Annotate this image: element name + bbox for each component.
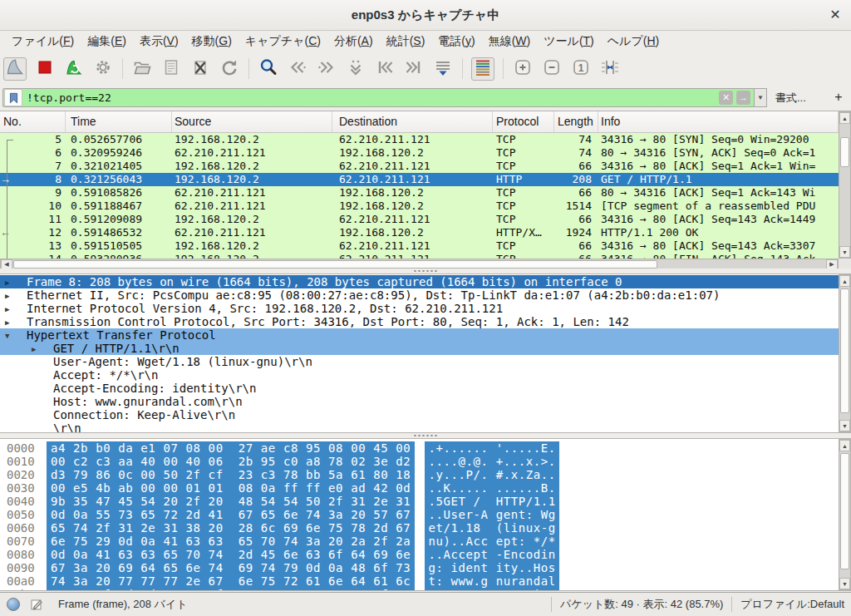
details-vscrollbar[interactable]: ▲ ▼ bbox=[839, 274, 851, 432]
filter-clear-button[interactable]: ✕ bbox=[719, 91, 733, 105]
hex-row-0000[interactable]: 0000a4 2b b0 da e1 07 08 00 27 ae c8 95 … bbox=[0, 441, 839, 455]
detail-row[interactable]: Accept-Encoding: identity\r\n bbox=[0, 382, 839, 395]
go-last-packet-button[interactable] bbox=[403, 58, 425, 80]
menu-item-f[interactable]: ファイル(F) bbox=[5, 32, 81, 52]
resize-columns-button[interactable] bbox=[599, 58, 621, 80]
hscroll-thumb[interactable] bbox=[13, 260, 657, 269]
expander-closed-icon[interactable]: ▶ bbox=[32, 342, 53, 355]
detail-row[interactable]: ▶GET / HTTP/1.1\r\n bbox=[0, 342, 839, 355]
hex-row-00b0[interactable]: 00b02e 63 6f 6d 0d 0a 43 6f 6e 6e 65 63 … bbox=[0, 588, 839, 591]
zoom-out-button[interactable] bbox=[541, 58, 563, 80]
open-file-button[interactable] bbox=[131, 58, 153, 80]
expander-closed-icon[interactable]: ▶ bbox=[5, 302, 27, 315]
go-forward-button[interactable] bbox=[316, 58, 337, 80]
capture-comment-button[interactable] bbox=[30, 598, 43, 611]
packet-row-5[interactable]: 50.052657706192.168.120.262.210.211.121T… bbox=[0, 133, 839, 146]
packet-list-rows[interactable]: 50.052657706192.168.120.262.210.211.121T… bbox=[0, 133, 839, 259]
vscroll-thumb[interactable] bbox=[840, 137, 849, 167]
zoom-in-button[interactable] bbox=[512, 58, 534, 80]
expander-closed-icon[interactable]: ▶ bbox=[5, 288, 27, 302]
filter-apply-button[interactable]: → bbox=[736, 91, 750, 105]
hex-row-0060[interactable]: 006065 74 2f 31 2e 31 38 20 28 6c 69 6e … bbox=[0, 521, 839, 535]
status-profile[interactable]: プロファイル:Default bbox=[740, 597, 844, 612]
detail-row[interactable]: Accept: */*\r\n bbox=[0, 368, 839, 382]
find-packet-button[interactable] bbox=[258, 58, 279, 80]
bytes-vscrollbar[interactable]: ▲ ▼ bbox=[839, 439, 851, 590]
auto-scroll-button[interactable] bbox=[432, 58, 454, 80]
menu-item-t[interactable]: ツール(T) bbox=[537, 32, 601, 52]
expander-closed-icon[interactable]: ▶ bbox=[5, 275, 27, 288]
hex-row-0050[interactable]: 00500d 0a 55 73 65 72 2d 41 67 65 6e 74 … bbox=[0, 508, 839, 521]
scroll-up-icon[interactable]: ▲ bbox=[839, 275, 850, 287]
packet-row-6[interactable]: 60.32095924662.210.211.121192.168.120.2T… bbox=[0, 146, 839, 160]
column-header-time[interactable]: Time bbox=[66, 111, 172, 132]
menu-item-g[interactable]: 移動(G) bbox=[185, 32, 239, 52]
filter-expression-button[interactable]: 書式... bbox=[775, 88, 806, 107]
packet-row-12[interactable]: 120.59148653262.210.211.121192.168.120.2… bbox=[0, 226, 839, 239]
hex-row-0040[interactable]: 00409b 35 47 45 54 20 2f 20 48 54 54 50 … bbox=[0, 495, 839, 508]
close-window-button[interactable]: ✕ bbox=[824, 0, 846, 30]
save-file-button[interactable] bbox=[160, 58, 182, 80]
menu-item-c[interactable]: キャプチャ(C) bbox=[239, 32, 327, 52]
stop-capture-button[interactable] bbox=[34, 58, 56, 80]
detail-row[interactable]: ▶Frame 8: 208 bytes on wire (1664 bits),… bbox=[0, 275, 839, 288]
menu-item-e[interactable]: 編集(E) bbox=[81, 32, 133, 52]
packet-row-13[interactable]: 130.591510505192.168.120.262.210.211.121… bbox=[0, 239, 839, 253]
hex-row-0090[interactable]: 009067 3a 20 69 64 65 6e 74 69 74 79 0d … bbox=[0, 561, 839, 574]
expander-open-icon[interactable]: ▼ bbox=[5, 328, 27, 342]
colorize-packets-button[interactable] bbox=[471, 57, 494, 81]
detail-row[interactable]: ▼Hypertext Transfer Protocol bbox=[0, 328, 839, 342]
detail-row[interactable]: ▶Ethernet II, Src: PcsCompu_ae:c8:95 (08… bbox=[0, 288, 839, 302]
packet-row-10[interactable]: 100.59118846762.210.211.121192.168.120.2… bbox=[0, 200, 839, 213]
detail-row[interactable]: Connection: Keep-Alive\r\n bbox=[0, 408, 839, 421]
filter-add-button[interactable]: + bbox=[830, 88, 847, 107]
scroll-down-icon[interactable]: ▼ bbox=[839, 246, 850, 258]
detail-row[interactable]: ▶Internet Protocol Version 4, Src: 192.1… bbox=[0, 302, 839, 315]
zoom-original-button[interactable]: 1 bbox=[570, 58, 592, 80]
vscroll-thumb[interactable] bbox=[840, 288, 849, 413]
go-to-packet-button[interactable] bbox=[345, 58, 366, 80]
detail-row[interactable]: ▶Transmission Control Protocol, Src Port… bbox=[0, 315, 839, 328]
hex-row-0030[interactable]: 003000 e5 4b ab 00 00 01 01 08 0a ff ff … bbox=[0, 481, 839, 495]
title-bar[interactable]: enp0s3 からキャプチャ中 ✕ bbox=[0, 0, 851, 31]
display-filter-field[interactable]: ✕ → bbox=[2, 88, 755, 107]
go-back-button[interactable] bbox=[287, 58, 308, 80]
expander-closed-icon[interactable]: ▶ bbox=[5, 315, 27, 328]
scroll-up-icon[interactable]: ▲ bbox=[839, 112, 850, 124]
detail-row[interactable]: \r\n bbox=[0, 421, 839, 433]
packet-details-rows[interactable]: ▶Frame 8: 208 bytes on wire (1664 bits),… bbox=[0, 275, 839, 433]
packet-list-vscrollbar[interactable]: ▲ ▼ bbox=[839, 111, 851, 259]
filter-dropdown-button[interactable]: ▼ bbox=[754, 88, 767, 107]
menu-item-a[interactable]: 分析(A) bbox=[327, 32, 380, 52]
menu-item-v[interactable]: 表示(V) bbox=[133, 32, 185, 52]
detail-row[interactable]: User-Agent: Wget/1.18 (linux-gnu)\r\n bbox=[0, 355, 839, 368]
column-header-protocol[interactable]: Protocol bbox=[493, 111, 554, 132]
start-capture-button[interactable] bbox=[3, 57, 27, 81]
column-header-no[interactable]: No. bbox=[0, 111, 66, 132]
packet-row-7[interactable]: 70.321021405192.168.120.262.210.211.121T… bbox=[0, 160, 839, 173]
column-header-destination[interactable]: Destination bbox=[332, 111, 493, 132]
close-file-button[interactable] bbox=[189, 58, 211, 80]
column-header-source[interactable]: Source bbox=[172, 111, 332, 132]
detail-row[interactable]: Host: www.gnurandal.com\r\n bbox=[0, 395, 839, 408]
packet-row-11[interactable]: 110.591209089192.168.120.262.210.211.121… bbox=[0, 213, 839, 226]
capture-options-button[interactable] bbox=[92, 58, 114, 80]
hex-row-00a0[interactable]: 00a074 3a 20 77 77 77 2e 67 6e 75 72 61 … bbox=[0, 574, 839, 588]
menu-item-h[interactable]: ヘルプ(H) bbox=[601, 32, 666, 52]
packet-row-8[interactable]: 80.321256043192.168.120.262.210.211.121H… bbox=[0, 173, 839, 186]
hex-row-0010[interactable]: 001000 c2 c3 aa 40 00 40 06 2b 95 c0 a8 … bbox=[0, 455, 839, 468]
column-header-info[interactable]: Info bbox=[598, 111, 839, 132]
display-filter-input[interactable] bbox=[27, 91, 719, 104]
vscroll-thumb[interactable] bbox=[840, 453, 849, 569]
restart-capture-button[interactable] bbox=[63, 58, 85, 80]
menu-item-w[interactable]: 無線(W) bbox=[482, 32, 538, 52]
hex-row-0020[interactable]: 0020d3 79 86 0c 00 50 2f cf 23 c3 78 bb … bbox=[0, 468, 839, 481]
go-first-packet-button[interactable] bbox=[374, 58, 396, 80]
column-header-length[interactable]: Length bbox=[554, 111, 598, 132]
packet-row-9[interactable]: 90.59108582662.210.211.121192.168.120.2T… bbox=[0, 186, 839, 200]
menu-item-y[interactable]: 電話(y) bbox=[431, 32, 481, 52]
menu-item-s[interactable]: 統計(S) bbox=[380, 32, 432, 52]
scroll-down-icon[interactable]: ▼ bbox=[839, 420, 850, 431]
filter-bookmark-button[interactable] bbox=[4, 89, 22, 106]
hex-row-0070[interactable]: 00706e 75 29 0d 0a 41 63 63 65 70 74 3a … bbox=[0, 535, 839, 548]
